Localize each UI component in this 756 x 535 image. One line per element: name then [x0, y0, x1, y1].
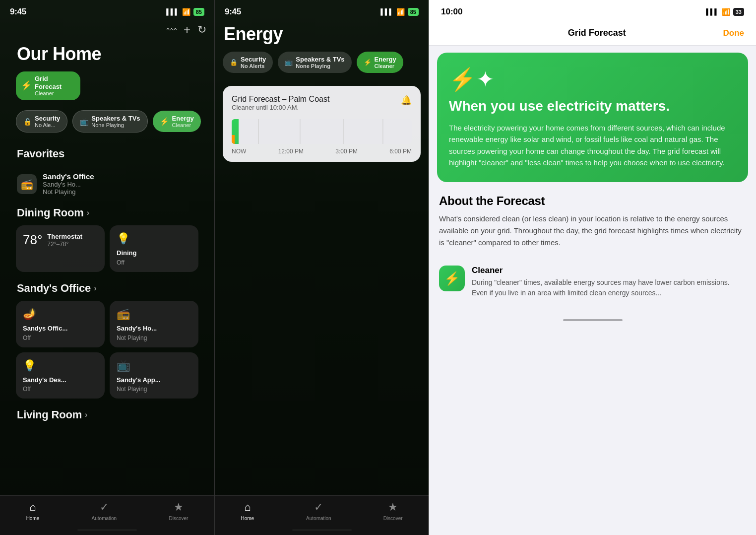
security-chip-1[interactable]: 🔒 Security No Ale...: [16, 110, 67, 133]
dining-room-label: Dining Room: [17, 206, 84, 219]
s3-home-indicator-wrapper: [429, 305, 756, 325]
tv-icon-2: 📺: [285, 59, 293, 66]
thermostat-tile[interactable]: 78° Thermostat 72°–78°: [16, 225, 105, 272]
security-chip-2[interactable]: 🔒 Security No Alerts: [223, 52, 273, 73]
desk-light-tile[interactable]: 💡 Sandy's Des... Off: [16, 352, 105, 399]
battery-1: 85: [193, 8, 204, 16]
nav-discover-2[interactable]: ★ Discover: [383, 501, 403, 521]
favorites-sub2: Not Playing: [43, 188, 94, 196]
status-icons-3: ▌▌▌ 📶 33: [706, 8, 744, 16]
dining-room-header[interactable]: Dining Room ›: [8, 201, 206, 225]
signal-icon-3: ▌▌▌: [706, 8, 719, 15]
about-forecast-section: About the Forecast What's considered cle…: [429, 182, 756, 249]
bottom-chips-row-1: 🔒 Security No Ale... 📺 Speakers & TVs No…: [8, 110, 206, 142]
bell-icon[interactable]: 🔔: [401, 95, 412, 106]
speakers-chip-1[interactable]: 📺 Speakers & TVs None Playing: [72, 110, 147, 133]
automation-label-2: Automation: [306, 516, 331, 521]
automation-icon-2: ✓: [314, 501, 323, 514]
cleaner-desc: During "cleaner" times, available energy…: [472, 277, 746, 298]
speakers-chip-2[interactable]: 📺 Speakers & TVs None Playing: [278, 52, 351, 73]
speakers-label-1: Speakers & TVs: [91, 115, 140, 122]
waveform-icon[interactable]: 〰: [167, 24, 177, 36]
favorites-text: Sandy's Office Sandy's Ho... Not Playing: [43, 172, 94, 196]
nav-automation-2[interactable]: ✓ Automation: [306, 501, 331, 521]
favorites-item[interactable]: 📻 Sandy's Office Sandy's Ho... Not Playi…: [8, 166, 206, 201]
grid-forecast-label: Grid Forecast: [35, 75, 74, 90]
forecast-chart: [232, 119, 412, 144]
home-icon-2: ⌂: [244, 501, 251, 514]
grid-forecast-chip[interactable]: ⚡ Grid Forecast Cleaner: [16, 71, 80, 100]
office-lamp-name: Sandys Offic...: [23, 325, 98, 333]
status-time-3: 10:00: [441, 7, 462, 17]
office-speaker-status: Not Playing: [117, 334, 191, 341]
office-lamp-icon: 🪔: [23, 308, 98, 321]
forecast-location: Palm Coast: [289, 95, 330, 103]
sandys-office-header[interactable]: Sandy's Office ›: [8, 277, 206, 301]
s3-body: ⚡✦ When you use electricity matters. The…: [429, 46, 756, 521]
speakers-sub-2: None Playing: [296, 63, 344, 69]
hero-title: When you use electricity matters.: [449, 98, 736, 114]
office-lamp-status: Off: [23, 334, 98, 341]
s3-hero-card: ⚡✦ When you use electricity matters. The…: [437, 53, 748, 182]
home-indicator-3: [563, 319, 623, 321]
dining-chevron: ›: [87, 208, 89, 217]
dining-light-status: Off: [117, 259, 191, 266]
forecast-card-header: Grid Forecast – Palm Coast Cleaner until…: [232, 95, 412, 116]
cleaner-text: Cleaner During "cleaner" times, availabl…: [472, 266, 746, 298]
office-tiles: 🪔 Sandys Offic... Off 📻 Sandy's Ho... No…: [8, 301, 206, 403]
forecast-card[interactable]: Grid Forecast – Palm Coast Cleaner until…: [223, 86, 421, 162]
bottom-nav-2: ⌂ Home ✓ Automation ★ Discover: [215, 495, 429, 535]
s3-done-button[interactable]: Done: [723, 28, 744, 38]
discover-label-2: Discover: [383, 516, 403, 521]
dining-tiles: 78° Thermostat 72°–78° 💡 Dining Off: [8, 225, 206, 277]
forecast-title-bold: Grid Forecast: [232, 95, 280, 103]
living-room-label: Living Room: [17, 408, 82, 421]
add-icon[interactable]: +: [184, 23, 190, 37]
nav-home-1[interactable]: ⌂ Home: [26, 501, 40, 521]
bottom-nav-1: ⌂ Home ✓ Automation ★ Discover: [0, 495, 214, 535]
living-chevron: ›: [85, 410, 87, 419]
chips-row-1: ⚡ Grid Forecast Cleaner: [8, 71, 206, 110]
page-title-1: Our Home: [8, 41, 206, 71]
refresh-icon[interactable]: ↻: [197, 23, 206, 36]
discover-icon-2: ★: [388, 501, 398, 514]
about-title: About the Forecast: [439, 194, 746, 208]
office-speaker-icon: 📻: [117, 308, 191, 321]
energy-chip-1[interactable]: ⚡ Energy Cleaner: [153, 111, 201, 132]
office-lamp-tile[interactable]: 🪔 Sandys Offic... Off: [16, 301, 105, 347]
living-room-header[interactable]: Living Room ›: [8, 403, 206, 427]
forecast-timeline: NOW 12:00 PM 3:00 PM 6:00 PM: [232, 148, 412, 155]
lamp-icon: 💡: [117, 232, 191, 245]
nav-automation-1[interactable]: ✓ Automation: [92, 501, 117, 521]
bolt-icon-1: ⚡: [160, 117, 169, 126]
signal-icon-1: ▌▌▌: [166, 8, 179, 15]
nav-discover-1[interactable]: ★ Discover: [169, 501, 188, 521]
discover-nav-icon-1: ★: [174, 501, 184, 514]
time-3pm: 3:00 PM: [335, 148, 358, 155]
wifi-icon-3: 📶: [722, 8, 730, 16]
speakers-label-2: Speakers & TVs: [296, 56, 344, 63]
energy-chips: 🔒 Security No Alerts 📺 Speakers & TVs No…: [215, 52, 429, 81]
forecast-dash: –: [282, 95, 288, 103]
signal-icon-2: ▌▌▌: [380, 8, 393, 15]
speaker-icon-1: 📺: [80, 118, 88, 126]
favorites-name: Sandy's Office: [43, 172, 94, 181]
speakers-sub-1: None Playing: [91, 122, 140, 128]
nav-home-2[interactable]: ⌂ Home: [241, 501, 254, 521]
office-chevron: ›: [94, 284, 96, 293]
status-bar-2: 9:45 ▌▌▌ 📶 85: [215, 0, 429, 21]
dining-light-name: Dining: [117, 249, 191, 257]
energy-chip-2[interactable]: ⚡ Energy Cleaner: [357, 52, 403, 73]
appletv-tile[interactable]: 📺 Sandy's App... Not Playing: [110, 352, 198, 399]
sandys-office-label: Sandy's Office: [17, 282, 91, 295]
forecast-subtitle: Cleaner until 10:00 AM.: [232, 104, 329, 111]
forecast-card-title: Grid Forecast – Palm Coast: [232, 95, 329, 104]
screen1-our-home: 9:45 ▌▌▌ 📶 85 〰 + ↻ Our Home ⚡ Grid Fore…: [0, 0, 214, 535]
energy-label-2: Energy: [375, 56, 396, 63]
energy-sub-1: Cleaner: [172, 122, 194, 128]
dining-light-tile[interactable]: 💡 Dining Off: [110, 225, 198, 272]
thermostat-temp: 78°: [23, 232, 42, 248]
office-speaker-tile[interactable]: 📻 Sandy's Ho... Not Playing: [110, 301, 198, 347]
about-body: What's considered clean (or less clean) …: [439, 213, 746, 249]
screen2-energy: 9:45 ▌▌▌ 📶 85 Energy 🔒 Security No Alert…: [214, 0, 429, 535]
